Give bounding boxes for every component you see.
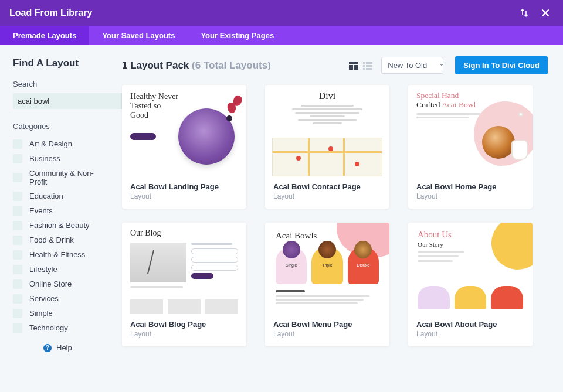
- category-label: Community & Non-Profit: [29, 169, 109, 186]
- svg-rect-2: [354, 65, 358, 70]
- checkbox-icon[interactable]: [13, 294, 22, 304]
- svg-rect-7: [363, 68, 365, 70]
- category-item[interactable]: Education: [13, 189, 109, 203]
- category-label: Technology: [29, 323, 68, 332]
- svg-rect-1: [349, 65, 353, 70]
- layout-card[interactable]: About UsOur Story Acai Bowl About PageLa…: [408, 223, 533, 346]
- svg-rect-0: [349, 62, 358, 64]
- card-title: Acai Bowl Menu Page: [273, 320, 381, 329]
- import-export-icon[interactable]: [516, 5, 533, 21]
- help-link[interactable]: ? Help: [13, 343, 109, 352]
- layout-card[interactable]: Divi Acai Bowl Contact PageLayout: [265, 85, 389, 209]
- category-label: Simple: [29, 309, 53, 318]
- card-subtitle: Layout: [130, 192, 238, 200]
- svg-rect-4: [366, 62, 372, 64]
- checkbox-icon[interactable]: [13, 309, 22, 318]
- layout-preview: Healthy NeverTasted soGood: [122, 85, 246, 176]
- close-icon[interactable]: [537, 5, 554, 21]
- layout-preview: Our Blog: [122, 223, 246, 314]
- category-label: Online Store: [29, 279, 72, 288]
- category-item[interactable]: Online Store: [13, 277, 109, 291]
- titlebar: Load From Library: [0, 0, 563, 26]
- layout-card[interactable]: Our Blog Acai Bowl Blog PageLayout: [122, 223, 246, 346]
- modal-title: Load From Library: [9, 8, 511, 18]
- category-label: Food & Drink: [29, 236, 74, 244]
- total-layouts: (6 Total Layouts): [192, 60, 271, 71]
- checkbox-icon[interactable]: [13, 250, 22, 260]
- category-item[interactable]: Lifestyle: [13, 262, 109, 277]
- checkbox-icon[interactable]: [13, 139, 22, 149]
- checkbox-icon[interactable]: [13, 323, 22, 333]
- checkbox-icon[interactable]: [13, 279, 22, 289]
- category-label: Health & Fitness: [29, 250, 85, 259]
- sidebar-title: Find A Layout: [13, 57, 109, 69]
- sidebar: Find A Layout Search + Filter Categories…: [0, 45, 117, 392]
- card-title: Acai Bowl Home Page: [416, 182, 524, 191]
- category-label: Art & Design: [29, 139, 72, 148]
- category-item[interactable]: Services: [13, 291, 109, 306]
- card-subtitle: Layout: [130, 330, 238, 338]
- category-label: Lifestyle: [29, 265, 57, 274]
- tab-label: Premade Layouts: [13, 31, 76, 40]
- card-title: Acai Bowl About Page: [416, 320, 524, 329]
- pack-info: 1 Layout Pack (6 Total Layouts): [122, 60, 346, 71]
- category-item[interactable]: Business: [13, 151, 109, 166]
- checkbox-icon[interactable]: [13, 206, 22, 216]
- tab-saved-layouts[interactable]: Your Saved Layouts: [89, 26, 188, 45]
- sign-in-cloud-button[interactable]: Sign In To Divi Cloud: [455, 56, 548, 74]
- category-item[interactable]: Events: [13, 203, 109, 218]
- tab-label: Your Saved Layouts: [102, 31, 175, 40]
- checkbox-icon[interactable]: [13, 173, 22, 182]
- card-title: Acai Bowl Contact Page: [273, 182, 381, 191]
- category-label: Services: [29, 294, 59, 303]
- card-title: Acai Bowl Landing Page: [130, 182, 238, 191]
- checkbox-icon[interactable]: [13, 192, 22, 201]
- help-icon: ?: [43, 344, 52, 352]
- layout-preview: About UsOur Story: [408, 223, 533, 314]
- tab-bar: Premade Layouts Your Saved Layouts Your …: [0, 26, 563, 45]
- layout-preview: Special HandCrafted Acai Bowl: [408, 85, 533, 176]
- card-title: Acai Bowl Blog Page: [130, 320, 238, 329]
- category-label: Fashion & Beauty: [29, 221, 90, 230]
- checkbox-icon[interactable]: [13, 265, 22, 274]
- category-item[interactable]: Art & Design: [13, 137, 109, 151]
- tab-existing-pages[interactable]: Your Existing Pages: [188, 26, 287, 45]
- checkbox-icon[interactable]: [13, 221, 22, 230]
- svg-rect-6: [366, 65, 372, 67]
- layout-preview: Acai Bowls SingleTripleDeluxe: [265, 223, 389, 314]
- sort-select[interactable]: New To Old: [381, 57, 443, 74]
- view-list-icon[interactable]: [361, 60, 374, 71]
- checkbox-icon[interactable]: [13, 236, 22, 245]
- categories-list: Art & DesignBusinessCommunity & Non-Prof…: [13, 137, 109, 335]
- category-item[interactable]: Health & Fitness: [13, 247, 109, 262]
- search-label: Search: [13, 80, 109, 88]
- layout-grid: Healthy NeverTasted soGoodAcai Bowl Land…: [122, 85, 548, 346]
- card-subtitle: Layout: [416, 192, 524, 200]
- pack-count: 1 Layout Pack: [122, 60, 189, 71]
- main-header: 1 Layout Pack (6 Total Layouts) New To O…: [122, 56, 548, 74]
- category-label: Business: [29, 154, 60, 163]
- card-subtitle: Layout: [273, 192, 381, 200]
- category-label: Events: [29, 206, 53, 215]
- category-item[interactable]: Technology: [13, 321, 109, 335]
- category-label: Education: [29, 192, 63, 200]
- checkbox-icon[interactable]: [13, 154, 22, 163]
- help-label: Help: [56, 343, 72, 352]
- categories-label: Categories: [13, 122, 109, 131]
- layout-preview: Divi: [265, 85, 389, 176]
- tab-premade-layouts[interactable]: Premade Layouts: [0, 26, 89, 45]
- category-item[interactable]: Community & Non-Profit: [13, 166, 109, 189]
- svg-rect-3: [363, 62, 365, 64]
- tab-label: Your Existing Pages: [201, 31, 274, 40]
- category-item[interactable]: Simple: [13, 306, 109, 321]
- category-item[interactable]: Fashion & Beauty: [13, 218, 109, 233]
- layout-card[interactable]: Acai Bowls SingleTripleDeluxe Acai Bowl …: [265, 223, 389, 346]
- layout-card[interactable]: Special HandCrafted Acai Bowl Acai Bowl …: [408, 85, 533, 209]
- search-input[interactable]: [13, 93, 121, 109]
- layout-card[interactable]: Healthy NeverTasted soGoodAcai Bowl Land…: [122, 85, 246, 209]
- view-grid-icon[interactable]: [347, 60, 360, 71]
- svg-rect-5: [363, 65, 365, 67]
- card-subtitle: Layout: [273, 330, 381, 338]
- card-subtitle: Layout: [416, 330, 524, 338]
- category-item[interactable]: Food & Drink: [13, 233, 109, 247]
